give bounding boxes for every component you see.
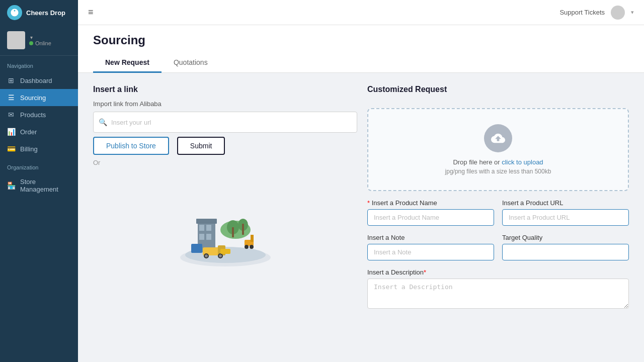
note-label: Insert a Note xyxy=(367,234,494,241)
sidebar-item-label: Sourcing xyxy=(20,94,46,102)
product-url-label: Insert a Product URL xyxy=(502,199,629,207)
sidebar-item-label: Products xyxy=(20,111,46,119)
upload-text-label: Drop file here or xyxy=(453,158,502,166)
illustration xyxy=(93,179,357,270)
svg-point-18 xyxy=(219,254,222,257)
billing-icon: 💳 xyxy=(7,145,15,153)
content-area: Sourcing New Request Quotations Insert a… xyxy=(78,25,644,362)
sidebar-logo: Cheers Drop xyxy=(0,0,78,25)
note-quality-row: Insert a Note Target Quality High Qualit… xyxy=(367,234,629,260)
tab-new-request[interactable]: New Request xyxy=(93,53,162,73)
note-input[interactable] xyxy=(367,244,494,260)
svg-rect-3 xyxy=(199,225,204,231)
sidebar-item-label: Order xyxy=(20,128,37,136)
topbar: ≡ Support Tickets ▾ xyxy=(78,0,644,25)
online-label: Online xyxy=(35,40,51,46)
online-dot xyxy=(29,41,33,45)
product-url-input[interactable] xyxy=(502,209,629,226)
sidebar-item-products[interactable]: ✉ Products xyxy=(0,106,78,123)
url-input-wrapper: 🔍 xyxy=(93,112,357,133)
upload-zone[interactable]: Drop file here or click to upload jpg/pn… xyxy=(367,108,629,191)
publish-to-store-button[interactable]: Publish to Store xyxy=(93,137,169,155)
sidebar-item-label: Store Management xyxy=(20,178,71,193)
hamburger-icon[interactable]: ≡ xyxy=(88,7,94,18)
svg-point-16 xyxy=(205,254,208,257)
upload-text: Drop file here or click to upload xyxy=(453,158,543,166)
sidebar-item-label: Dashboard xyxy=(20,77,52,84)
upload-link[interactable]: click to upload xyxy=(502,158,543,166)
button-row: Publish to Store Submit xyxy=(93,137,357,155)
sidebar-item-label: Billing xyxy=(20,145,38,153)
svg-rect-22 xyxy=(251,235,254,242)
quality-input[interactable]: High Quality xyxy=(502,244,629,260)
sidebar-user[interactable]: ▾ Online xyxy=(0,25,78,56)
products-icon: ✉ xyxy=(7,111,15,119)
product-name-input[interactable] xyxy=(367,209,494,226)
main-body: Insert a link Import link from Alibaba 🔍… xyxy=(78,73,644,352)
sidebar: Cheers Drop ▾ Online Navigation ⊞ Dashbo… xyxy=(0,0,78,362)
chevron-down-icon: ▾ xyxy=(30,35,51,40)
tabs: New Request Quotations xyxy=(93,53,629,72)
svg-rect-10 xyxy=(232,227,234,237)
insert-link-title: Insert a link xyxy=(93,85,357,94)
description-input[interactable] xyxy=(367,279,629,309)
svg-rect-19 xyxy=(220,249,230,254)
avatar xyxy=(7,31,25,49)
note-group: Insert a Note xyxy=(367,234,494,260)
svg-point-24 xyxy=(250,245,254,249)
svg-rect-20 xyxy=(191,244,202,253)
dashboard-icon: ⊞ xyxy=(7,76,15,84)
sidebar-item-dashboard[interactable]: ⊞ Dashboard xyxy=(0,72,78,89)
topbar-chevron-icon[interactable]: ▾ xyxy=(631,9,634,16)
online-status: Online xyxy=(29,40,51,46)
quality-label: Target Quality xyxy=(502,234,629,241)
sidebar-item-sourcing[interactable]: ☰ Sourcing xyxy=(0,89,78,106)
org-section-label: Organization xyxy=(0,157,78,173)
sidebar-item-billing[interactable]: 💳 Billing xyxy=(0,140,78,157)
url-input[interactable] xyxy=(111,119,352,126)
svg-rect-6 xyxy=(206,234,211,240)
description-group: Insert a Description* xyxy=(367,268,629,340)
product-name-label: * Insert a Product Name xyxy=(367,199,494,207)
logo-text: Cheers Drop xyxy=(26,9,65,17)
tab-quotations[interactable]: Quotations xyxy=(162,53,220,73)
description-label: Insert a Description* xyxy=(367,268,629,276)
svg-rect-4 xyxy=(206,225,211,231)
support-tickets-link[interactable]: Support Tickets xyxy=(559,9,605,16)
nav-section-label: Navigation xyxy=(0,56,78,72)
customized-request-title: Customized Request xyxy=(367,85,629,94)
upload-subtext: jpg/png files with a size less than 500k… xyxy=(445,168,551,175)
or-divider: Or xyxy=(93,159,357,166)
topbar-avatar[interactable] xyxy=(611,6,625,20)
sidebar-item-store-management[interactable]: 🏪 Store Management xyxy=(0,173,78,198)
product-name-url-row: * Insert a Product Name Insert a Product… xyxy=(367,199,629,226)
search-icon: 🔍 xyxy=(99,118,107,126)
svg-point-23 xyxy=(245,245,249,249)
submit-button[interactable]: Submit xyxy=(177,137,225,155)
left-panel: Insert a link Import link from Alibaba 🔍… xyxy=(93,85,357,340)
product-url-group: Insert a Product URL xyxy=(502,199,629,226)
main-wrapper: ≡ Support Tickets ▾ Sourcing New Request… xyxy=(78,0,644,362)
svg-rect-7 xyxy=(196,219,217,224)
page-header: Sourcing New Request Quotations xyxy=(78,25,644,73)
sidebar-item-order[interactable]: 📊 Order xyxy=(0,123,78,140)
insert-link-section: Insert a link Import link from Alibaba 🔍… xyxy=(93,85,357,166)
page-title: Sourcing xyxy=(93,33,629,47)
user-info: ▾ Online xyxy=(29,35,51,46)
sourcing-icon: ☰ xyxy=(7,94,15,102)
upload-icon xyxy=(484,124,512,152)
svg-rect-12 xyxy=(242,224,244,235)
order-icon: 📊 xyxy=(7,128,15,136)
right-panel: Customized Request Drop file here or cli… xyxy=(367,85,629,340)
import-link-label: Import link from Alibaba xyxy=(93,100,357,108)
product-name-group: * Insert a Product Name xyxy=(367,199,494,226)
quality-group: Target Quality High Quality xyxy=(502,234,629,260)
topbar-right: Support Tickets ▾ xyxy=(559,6,634,20)
svg-rect-5 xyxy=(199,234,204,240)
store-icon: 🏪 xyxy=(7,182,15,190)
logo-icon xyxy=(7,5,22,20)
